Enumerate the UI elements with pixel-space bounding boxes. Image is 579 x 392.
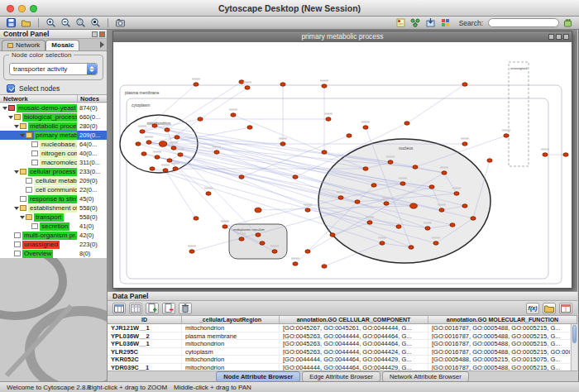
node-color-dropdown[interactable]: transporter activity xyxy=(9,63,98,75)
network-edge[interactable] xyxy=(170,160,242,239)
network-node[interactable] xyxy=(150,167,155,170)
table-row[interactable]: YPL036W__1mitochondrion[GO:0045263, GO:0… xyxy=(108,340,571,348)
network-node[interactable] xyxy=(363,167,368,170)
network-node[interactable] xyxy=(388,160,393,164)
create-network-icon[interactable] xyxy=(409,17,422,29)
mosaic-overview-thumbnail[interactable] xyxy=(0,258,107,381)
network-node[interactable] xyxy=(206,192,211,195)
network-edge[interactable] xyxy=(407,84,465,123)
network-node[interactable] xyxy=(363,126,368,129)
network-node[interactable] xyxy=(396,225,401,228)
network-node[interactable] xyxy=(280,142,285,146)
table-cell[interactable]: YPL036W__1 xyxy=(108,340,182,347)
attribute-matrix-icon[interactable] xyxy=(559,303,572,314)
network-node[interactable] xyxy=(239,175,244,179)
tab-mosaic[interactable]: Mosaic xyxy=(45,40,79,50)
network-node[interactable] xyxy=(245,86,250,89)
network-node[interactable] xyxy=(239,237,244,241)
table-cell[interactable]: [GO:0016787, GO:0005488, GO:0005215, G..… xyxy=(428,324,571,332)
tab-network-attribute-browser[interactable]: Network Attribute Browser xyxy=(382,371,469,382)
table-cell[interactable]: [GO:0045267, GO:0045261, GO:0044444, G..… xyxy=(280,324,428,332)
table-cell[interactable]: YJR121W__1 xyxy=(108,324,182,332)
table-scrollbar[interactable] xyxy=(571,324,577,371)
tree-item-macromolecule[interactable]: macromolecule...311(0... xyxy=(0,158,107,167)
network-node[interactable] xyxy=(409,246,414,249)
expand-collapse-icon[interactable] xyxy=(20,216,26,219)
table-cell[interactable]: [GO:0045263, GO:0044444, GO:0044464, G..… xyxy=(280,340,428,347)
network-node[interactable] xyxy=(293,262,298,265)
tab-edge-attribute-browser[interactable]: Edge Attribute Browser xyxy=(302,371,380,382)
delete-attribute-icon[interactable] xyxy=(162,303,175,314)
network-node[interactable] xyxy=(462,83,467,86)
tree-header-network[interactable]: Network xyxy=(0,95,78,102)
network-canvas[interactable]: plasma membrane cytoplasm mitochondrion … xyxy=(113,42,572,288)
network-node[interactable] xyxy=(450,223,455,227)
network-node[interactable] xyxy=(462,204,467,208)
table-cell[interactable]: [GO:0016787, GO:0005488, GO:0005215, GO:… xyxy=(428,348,571,356)
network-node[interactable] xyxy=(371,184,376,187)
table-cell[interactable]: cytoplasm xyxy=(182,348,280,356)
network-frame-titlebar[interactable]: primary metabolic process xyxy=(113,31,572,42)
network-node[interactable] xyxy=(247,126,252,129)
column-header-layout-region[interactable]: _cellularLayoutRegion xyxy=(182,316,280,323)
tree-item-overview[interactable]: Overview8(0) xyxy=(0,249,107,258)
network-edge[interactable] xyxy=(174,148,258,235)
network-node[interactable] xyxy=(487,159,492,162)
import-attributes-icon[interactable] xyxy=(543,303,556,314)
new-attribute-icon[interactable] xyxy=(146,303,159,314)
open-session-icon[interactable] xyxy=(20,17,32,29)
expand-collapse-icon[interactable] xyxy=(20,134,26,137)
network-node[interactable] xyxy=(439,208,444,212)
network-node[interactable] xyxy=(155,155,160,159)
tree-item-transport[interactable]: transport558(0) xyxy=(0,213,107,222)
network-node[interactable] xyxy=(140,130,145,133)
expand-collapse-icon[interactable] xyxy=(14,125,20,128)
annotation-icon[interactable] xyxy=(395,17,407,29)
minimize-window-button[interactable] xyxy=(18,5,26,12)
network-node[interactable] xyxy=(146,141,151,144)
network-node[interactable] xyxy=(347,134,352,137)
select-nodes-checkbox[interactable] xyxy=(7,84,15,93)
network-node[interactable] xyxy=(305,208,310,212)
table-row[interactable]: YKR052Cmitochondrion[GO:0044444, GO:0044… xyxy=(108,356,571,364)
network-node[interactable] xyxy=(141,152,146,155)
tree-item-metabolic-process[interactable]: metabolic process280(0) xyxy=(0,122,107,131)
network-edge[interactable] xyxy=(170,160,208,194)
network-node[interactable] xyxy=(260,241,265,245)
network-node[interactable] xyxy=(194,217,199,220)
search-input[interactable] xyxy=(488,18,559,27)
network-node[interactable] xyxy=(322,151,327,154)
frame-minimize-icon[interactable] xyxy=(548,34,554,40)
select-attributes-icon[interactable] xyxy=(112,303,126,314)
expand-collapse-icon[interactable] xyxy=(8,116,14,119)
save-session-icon[interactable] xyxy=(5,17,17,29)
float-panel-icon[interactable] xyxy=(92,31,98,37)
table-cell[interactable]: mitochondrion xyxy=(182,340,280,347)
tree-item-nitrogen-compo[interactable]: nitrogen compo...40(0... xyxy=(0,149,107,158)
table-cell[interactable]: mitochondrion xyxy=(182,324,280,332)
table-cell[interactable]: YPL036W__2 xyxy=(108,332,182,340)
table-cell[interactable]: plasma membrane xyxy=(182,332,280,340)
network-node[interactable] xyxy=(429,185,434,189)
tree-item-cellular-metabo[interactable]: cellular metabo...209(0) xyxy=(0,176,107,185)
network-node[interactable] xyxy=(471,217,476,220)
tree-item-multi-organism-pr[interactable]: multi-organism pr...42(0) xyxy=(0,231,107,240)
zoom-out-icon[interactable] xyxy=(60,17,72,29)
network-node[interactable] xyxy=(136,142,141,146)
network-node[interactable] xyxy=(152,124,157,127)
tree-item-secretion[interactable]: secretion41(0) xyxy=(0,222,107,231)
network-node[interactable] xyxy=(367,221,372,224)
network-node[interactable] xyxy=(189,250,194,253)
table-cell[interactable]: YKR052C xyxy=(108,356,182,363)
tree-item-biological-process[interactable]: biological_process660(0... xyxy=(0,112,107,122)
zoom-fit-icon[interactable] xyxy=(89,17,102,29)
column-header-id[interactable]: ID xyxy=(108,316,182,323)
tree-item-nucleobase[interactable]: nucleobase...64(0... xyxy=(0,140,107,149)
network-node[interactable] xyxy=(167,159,172,162)
plugins-icon[interactable] xyxy=(562,17,574,29)
network-node[interactable] xyxy=(198,117,203,121)
network-node[interactable] xyxy=(175,136,179,139)
tab-node-attribute-browser[interactable]: Node Attribute Browser xyxy=(216,371,300,382)
network-node[interactable] xyxy=(163,169,168,172)
network-node[interactable] xyxy=(214,151,219,154)
